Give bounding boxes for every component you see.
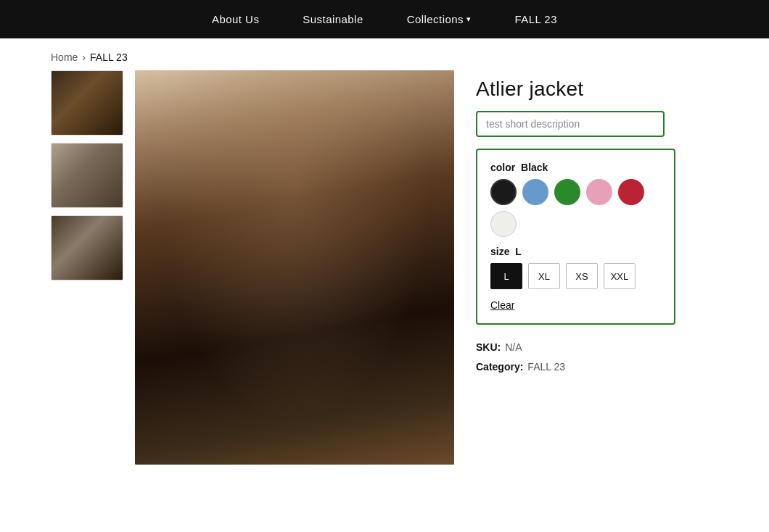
thumbnail-1[interactable] xyxy=(51,70,123,136)
product-short-description: test short description xyxy=(476,111,665,137)
category-value: FALL 23 xyxy=(527,357,565,377)
color-swatch-pink[interactable] xyxy=(586,179,612,205)
color-selector-row: color Black xyxy=(490,162,661,237)
nav-collections[interactable]: Collections ▾ xyxy=(407,13,472,25)
main-nav: About Us Sustainable Collections ▾ FALL … xyxy=(0,0,769,38)
color-swatch-green[interactable] xyxy=(554,179,580,205)
color-swatch-red[interactable] xyxy=(618,179,644,205)
chevron-down-icon: ▾ xyxy=(466,14,471,24)
thumbnail-list xyxy=(51,70,129,465)
breadcrumb: Home › FALL 23 xyxy=(0,38,769,70)
breadcrumb-home[interactable]: Home xyxy=(51,51,78,63)
nav-fall23[interactable]: FALL 23 xyxy=(514,13,556,25)
product-info: Atlier jacket test short description col… xyxy=(476,70,718,465)
sku-value: N/A xyxy=(505,338,522,357)
breadcrumb-separator: › xyxy=(82,51,86,63)
nav-about[interactable]: About Us xyxy=(212,13,259,25)
size-options: L XL XS XXL xyxy=(490,263,661,289)
main-product-image xyxy=(135,70,454,465)
color-selected-value: Black xyxy=(521,162,548,173)
size-btn-XXL[interactable]: XXL xyxy=(604,263,636,289)
variant-selector-box: color Black size L xyxy=(476,149,675,325)
category-label: Category: xyxy=(476,357,523,377)
size-selector-row: size L L XL XS XXL xyxy=(490,246,661,289)
product-meta: SKU: N/A Category: FALL 23 xyxy=(476,338,718,376)
size-btn-XS[interactable]: XS xyxy=(566,263,598,289)
product-title: Atlier jacket xyxy=(476,78,718,101)
color-swatch-white[interactable] xyxy=(490,211,517,237)
breadcrumb-current: FALL 23 xyxy=(90,51,128,63)
color-options xyxy=(490,179,661,237)
color-label: color Black xyxy=(490,162,661,173)
sku-row: SKU: N/A xyxy=(476,338,718,357)
thumbnail-3[interactable] xyxy=(51,215,123,280)
color-swatch-blue[interactable] xyxy=(522,179,548,205)
product-page: Atlier jacket test short description col… xyxy=(0,70,769,494)
category-row: Category: FALL 23 xyxy=(476,357,718,377)
main-image-wrap xyxy=(135,70,454,465)
nav-sustainable[interactable]: Sustainable xyxy=(303,13,363,25)
size-selected-value: L xyxy=(515,246,522,257)
size-btn-XL[interactable]: XL xyxy=(528,263,560,289)
size-label: size L xyxy=(490,246,661,257)
color-swatch-black[interactable] xyxy=(490,179,517,205)
clear-button[interactable]: Clear xyxy=(490,299,514,311)
thumbnail-2[interactable] xyxy=(51,143,123,208)
size-btn-L[interactable]: L xyxy=(490,263,522,289)
sku-label: SKU: xyxy=(476,338,501,357)
